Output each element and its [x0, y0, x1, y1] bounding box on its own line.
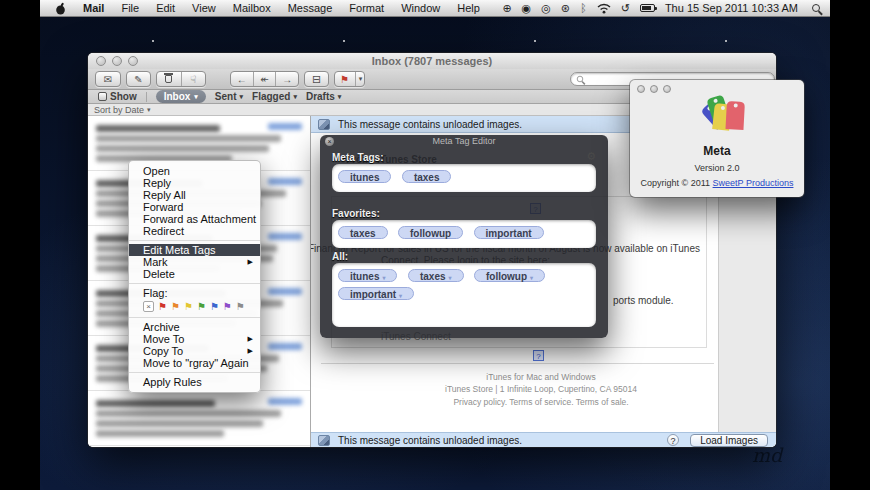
- menu-item-apply-rules[interactable]: Apply Rules: [129, 376, 260, 388]
- image-placeholder-icon: [318, 119, 330, 130]
- menu-item-redirect[interactable]: Redirect: [129, 225, 260, 237]
- flag-green[interactable]: ⚑: [197, 301, 206, 313]
- help-button[interactable]: ?: [667, 434, 679, 446]
- meta-app-icon: [689, 95, 745, 145]
- status-app-icon-1[interactable]: ⊕: [502, 0, 511, 17]
- junk-button[interactable]: ☟: [181, 72, 206, 86]
- flag-gray[interactable]: ⚑: [236, 301, 245, 313]
- sort-by-date-label: Sort by Date: [94, 105, 144, 115]
- menu-item-forward-as-attachment[interactable]: Forward as Attachment: [129, 213, 260, 225]
- status-app-icon-4[interactable]: ⊛: [561, 0, 570, 17]
- close-window-button[interactable]: [96, 56, 106, 66]
- flag-dropdown-button[interactable]: ▾: [355, 72, 365, 86]
- menu-item-archive[interactable]: Archive: [129, 321, 260, 333]
- favorites-item-sent[interactable]: Sent ▾: [215, 91, 243, 102]
- wifi-icon[interactable]: [597, 3, 611, 14]
- tag-pill[interactable]: taxes: [402, 170, 452, 183]
- missing-image-icon: [533, 350, 544, 361]
- forward-button[interactable]: →: [275, 72, 298, 86]
- status-app-icon-2[interactable]: ◉: [522, 0, 532, 17]
- inbox-label: Inbox: [164, 91, 191, 102]
- copy-to-label: Copy To: [143, 345, 183, 357]
- delete-button[interactable]: [157, 72, 181, 86]
- archive-button[interactable]: ⊟: [304, 71, 329, 87]
- hud-title: Meta Tag Editor: [320, 135, 608, 148]
- zoom-window-button[interactable]: [663, 85, 671, 93]
- menu-item-move-to[interactable]: Move To ▶: [129, 333, 260, 345]
- menu-item-move-to-rgray-again[interactable]: Move to "rgray" Again: [129, 357, 260, 369]
- favorites-item-flagged[interactable]: Flagged ▾: [252, 91, 297, 102]
- flag-red[interactable]: ⚑: [158, 301, 167, 313]
- compose-button[interactable]: ✎: [126, 71, 151, 87]
- menu-item-reply-all[interactable]: Reply All: [129, 189, 260, 201]
- show-label: Show: [110, 91, 137, 102]
- menu-item-reply[interactable]: Reply: [129, 177, 260, 189]
- spotlight-icon[interactable]: [812, 4, 820, 12]
- sweetp-productions-link[interactable]: SweetP Productions: [713, 178, 794, 188]
- favorites-divider: [146, 92, 147, 102]
- tag-pill[interactable]: itunes▾: [338, 269, 397, 282]
- load-images-button[interactable]: Load Images: [690, 434, 768, 447]
- minimize-window-button[interactable]: [112, 56, 122, 66]
- email-footer-line-3: Privacy policy. Terms of service. Terms …: [351, 397, 731, 407]
- menu-item-edit-meta-tags[interactable]: Edit Meta Tags: [129, 244, 260, 256]
- close-window-button[interactable]: [637, 85, 645, 93]
- menu-help[interactable]: Help: [457, 2, 480, 14]
- reply-all-button[interactable]: ↞: [253, 72, 276, 86]
- flag-purple[interactable]: ⚑: [223, 301, 232, 313]
- menu-edit[interactable]: Edit: [156, 2, 175, 14]
- about-meta-window: Meta Version 2.0 Copyright © 2011 SweetP…: [630, 80, 804, 197]
- move-to-label: Move To: [143, 333, 184, 345]
- tag-pill[interactable]: itunes: [338, 170, 391, 183]
- about-copyright: Copyright © 2011 SweetP Productions: [630, 178, 804, 188]
- menu-view[interactable]: View: [192, 2, 216, 14]
- menu-item-delete[interactable]: Delete: [129, 268, 260, 280]
- favorites-item-drafts[interactable]: Drafts ▾: [306, 91, 341, 102]
- window-title-bar[interactable]: Inbox (7807 messages): [88, 53, 776, 69]
- flag-orange[interactable]: ⚑: [171, 301, 180, 313]
- reply-button[interactable]: ←: [231, 72, 253, 86]
- flag-button[interactable]: ⚑: [334, 72, 355, 86]
- meta-tags-field[interactable]: itunes taxes: [332, 164, 596, 192]
- apple-menu-icon[interactable]: [55, 2, 66, 15]
- menu-item-forward[interactable]: Forward: [129, 201, 260, 213]
- close-icon[interactable]: ×: [325, 137, 334, 146]
- menu-format[interactable]: Format: [349, 2, 384, 14]
- mark-label: Mark: [143, 256, 167, 268]
- reply-forward-segment: ← ↞ →: [230, 71, 299, 87]
- status-app-icon-3[interactable]: ◎: [541, 0, 551, 17]
- minimize-window-button[interactable]: [650, 85, 658, 93]
- show-icon: [98, 92, 107, 101]
- menu-item-open[interactable]: Open: [129, 165, 260, 177]
- tag-pill[interactable]: important: [474, 226, 544, 239]
- menu-file[interactable]: File: [121, 2, 139, 14]
- menu-window[interactable]: Window: [401, 2, 440, 14]
- favorites-item-inbox[interactable]: Inbox ▾: [156, 90, 206, 103]
- favorites-field[interactable]: taxes followup important: [332, 220, 596, 248]
- clear-flag-button[interactable]: ×: [143, 301, 154, 312]
- favorites-label: Favorites:: [332, 208, 380, 219]
- show-button[interactable]: Show: [98, 91, 137, 102]
- menu-item-copy-to[interactable]: Copy To ▶: [129, 345, 260, 357]
- time-machine-icon[interactable]: ↺: [621, 0, 630, 17]
- get-mail-button[interactable]: ✉: [95, 71, 121, 87]
- menubar-clock[interactable]: Thu 15 Sep 2011 10:33 AM: [665, 2, 798, 14]
- menu-mailbox[interactable]: Mailbox: [233, 2, 271, 14]
- drafts-label: Drafts: [306, 91, 335, 102]
- tag-pill[interactable]: taxes: [338, 226, 388, 239]
- menu-item-mark[interactable]: Mark ▶: [129, 256, 260, 268]
- all-tags-field[interactable]: itunes▾ taxes▾ followup▾ important▾: [332, 263, 596, 327]
- tag-pill[interactable]: followup▾: [474, 269, 545, 282]
- menu-message[interactable]: Message: [288, 2, 333, 14]
- list-item[interactable]: [88, 391, 310, 446]
- menu-app-name[interactable]: Mail: [83, 2, 104, 14]
- flag-blue[interactable]: ⚑: [210, 301, 219, 313]
- gear-icon[interactable]: ⚙: [586, 150, 596, 163]
- tag-pill[interactable]: followup: [398, 226, 463, 239]
- bluetooth-icon[interactable]: ᛒ: [580, 0, 587, 17]
- zoom-window-button[interactable]: [128, 56, 138, 66]
- tag-pill[interactable]: taxes▾: [408, 269, 464, 282]
- flag-yellow[interactable]: ⚑: [184, 301, 193, 313]
- battery-icon[interactable]: [640, 4, 655, 12]
- tag-pill[interactable]: important▾: [338, 287, 414, 300]
